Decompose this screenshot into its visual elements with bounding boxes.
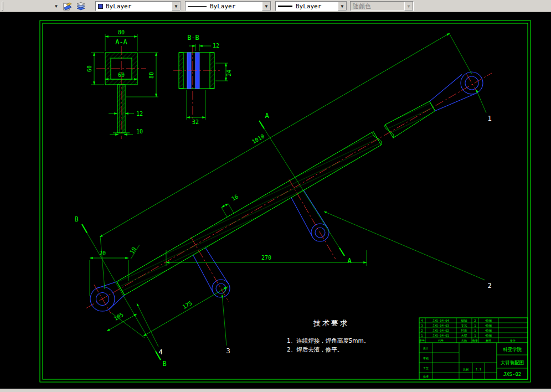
svg-text:支耳: 支耳 (461, 324, 468, 328)
svg-text:45钢: 45钢 (485, 334, 492, 337)
svg-text:工艺: 工艺 (423, 367, 429, 370)
drawing-title: 大臂装配图 (501, 360, 524, 365)
dim-aa-left: 60 (86, 65, 92, 72)
svg-text:JXS-04-04: JXS-04-04 (432, 319, 449, 322)
svg-text:175: 175 (182, 300, 193, 311)
scale-value: 1:1 (476, 368, 481, 371)
balloon-4: 4 (158, 348, 162, 356)
svg-text:1: 1 (474, 329, 476, 332)
dim-aa-right: 80 (148, 72, 155, 79)
lineweight-combo[interactable]: ByLayer ▼ (275, 1, 347, 11)
cad-drawing-svg: A-A 80 60 80 60 12 10 (0, 12, 551, 389)
drawing-number: JXS-02 (503, 372, 522, 377)
current-color-swatch (98, 4, 103, 9)
svg-text:16: 16 (230, 193, 239, 202)
balloon-2: 2 (487, 282, 491, 290)
section-arrow-label-a: A (265, 112, 269, 120)
svg-text:审核: 审核 (423, 357, 429, 360)
chevron-down-icon[interactable]: ▼ (338, 2, 347, 11)
company-name: 科亚学院 (503, 347, 522, 352)
dim-aa-stem-i: 10 (136, 128, 143, 135)
balloon-3: 3 (226, 347, 230, 355)
svg-text:45钢: 45钢 (485, 324, 492, 327)
svg-text:JXS-04-02: JXS-04-02 (432, 329, 449, 332)
svg-text:1: 1 (474, 334, 476, 337)
layer-states-icon[interactable] (75, 2, 86, 11)
tech-req-line-2: 2、焊后去渣，修平。 (287, 346, 343, 353)
svg-text:名称: 名称 (461, 339, 467, 342)
chevron-down-icon[interactable]: ▼ (262, 2, 271, 11)
dim-bb-h: 24 (226, 70, 232, 76)
section-view-b-b: B-B 12 24 32 (173, 34, 232, 125)
section-arrow-label-a: A (347, 257, 352, 265)
svg-text:衬套: 衬套 (461, 329, 468, 333)
dim-aa-inner: 60 (118, 72, 125, 78)
toolbar-flyout-button[interactable]: ▼ (52, 2, 60, 10)
svg-text:45钢: 45钢 (485, 319, 492, 322)
plotstyle-combo-value: 随颜色 (353, 2, 371, 11)
upper-lug (430, 72, 483, 111)
svg-text:批准: 批准 (423, 375, 429, 379)
properties-toolbar: ▼ ByLayer ▼ ByLayer ▼ (0, 0, 551, 12)
section-label-bb: B-B (187, 34, 199, 42)
svg-text:4: 4 (421, 319, 423, 322)
linetype-combo-value: ByLayer (210, 3, 235, 10)
dim-bb-w: 12 (213, 43, 219, 49)
section-arrow-label-b: B (162, 360, 166, 368)
dim-105: 105 (107, 312, 137, 331)
svg-text:2: 2 (474, 319, 476, 322)
plotstyle-combo[interactable]: 随颜色 ▼ (350, 1, 414, 11)
linetype-combo[interactable]: ByLayer ▼ (185, 1, 271, 11)
svg-text:代号: 代号 (438, 339, 444, 342)
section-arrow-label-b: B (74, 215, 78, 223)
svg-text:材料: 材料 (485, 339, 491, 343)
svg-text:JXS-04-01: JXS-04-01 (432, 334, 449, 337)
svg-text:1: 1 (474, 324, 476, 327)
layer-translate-icon[interactable] (62, 2, 73, 11)
svg-text:1010: 1010 (251, 133, 265, 145)
technical-requirements: 技术要求 1、连续焊接，焊角高度5mm。 2、焊后去渣，修平。 (287, 319, 369, 353)
svg-text:10: 10 (128, 246, 137, 255)
lineweight-sample-icon (278, 6, 292, 7)
dim-aa-top: 80 (118, 29, 125, 35)
svg-text:270: 270 (261, 255, 271, 261)
parts-list: 4 JXS-04-04 销轴 2 45钢 3 JXS-04-03 支耳 1 45… (419, 319, 516, 343)
svg-text:JXS-04-03: JXS-04-03 (432, 324, 449, 327)
svg-text:45钢: 45钢 (485, 329, 492, 332)
svg-text:序号: 序号 (419, 339, 425, 343)
section-view-a-a: A-A 80 60 80 60 12 10 (86, 29, 158, 139)
lineweight-combo-value: ByLayer (296, 3, 321, 10)
drawing-canvas[interactable]: A-A 80 60 80 60 12 10 (0, 12, 551, 389)
svg-text:比例: 比例 (463, 368, 468, 372)
section-label-aa: A-A (115, 38, 127, 46)
color-combo-value: ByLayer (106, 3, 131, 10)
svg-text:销轴: 销轴 (461, 319, 468, 323)
svg-text:1: 1 (421, 334, 423, 337)
svg-text:2: 2 (421, 329, 423, 332)
chevron-down-icon: ▼ (404, 2, 413, 11)
svg-text:大臂: 大臂 (461, 333, 468, 337)
toolbar-grip[interactable] (2, 2, 3, 11)
balloon-1: 1 (487, 115, 491, 122)
window-bottom-edge (0, 389, 551, 392)
cad-application-window: ▼ ByLayer ▼ ByLayer ▼ (0, 0, 551, 392)
dim-bb-total: 32 (192, 119, 199, 125)
dim-175: 175 (111, 286, 228, 338)
svg-text:备注: 备注 (510, 339, 516, 342)
dim-aa-stem-w: 12 (136, 111, 143, 117)
svg-text:3: 3 (421, 324, 423, 327)
dim-10: 10 (128, 245, 140, 259)
chevron-down-icon[interactable]: ▼ (172, 2, 181, 11)
linetype-sample-icon (188, 6, 207, 7)
svg-text:70: 70 (99, 250, 106, 256)
svg-text:设计: 设计 (423, 347, 429, 350)
svg-text:105: 105 (113, 312, 125, 322)
title-block: 4 JXS-04-04 销轴 2 45钢 3 JXS-04-03 支耳 1 45… (419, 318, 528, 379)
svg-text:数量: 数量 (472, 339, 478, 342)
tech-req-title: 技术要求 (313, 319, 349, 327)
color-combo[interactable]: ByLayer ▼ (95, 1, 181, 11)
tech-req-line-1: 1、连续焊接，焊角高度5mm。 (287, 337, 369, 344)
cutting-plane-b: B B (74, 215, 166, 368)
